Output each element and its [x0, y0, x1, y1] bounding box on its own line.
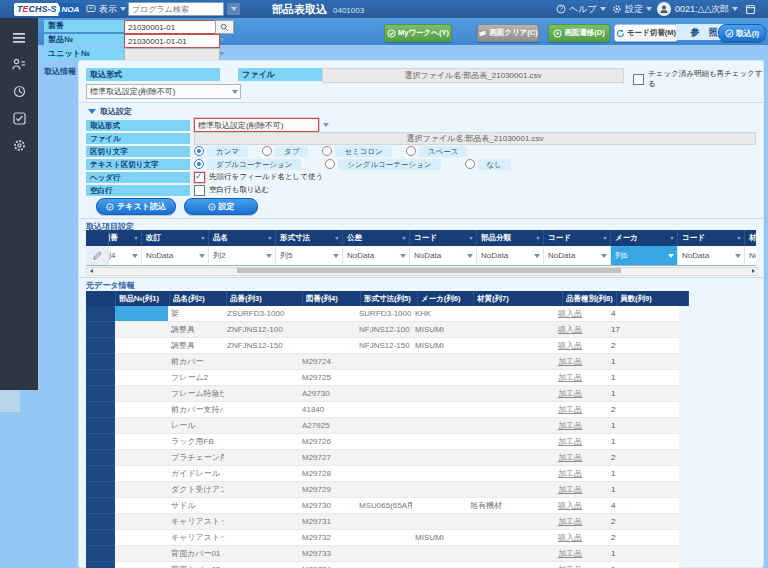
clear-screen-button[interactable]: 画面クリア(C): [477, 24, 539, 42]
table-cell[interactable]: [224, 546, 299, 562]
table-cell[interactable]: [115, 402, 168, 418]
table-cell[interactable]: [467, 482, 555, 498]
product-no-dropdown-button[interactable]: [217, 34, 227, 46]
table-cell[interactable]: 4: [608, 498, 679, 514]
unit-no-dropdown-button[interactable]: [217, 48, 227, 60]
table-cell[interactable]: [467, 514, 555, 530]
table-cell[interactable]: [467, 418, 555, 434]
table-row-gutter[interactable]: [86, 402, 115, 418]
table-row[interactable]: 前カバーM29724加工品1: [86, 354, 649, 370]
recheck-checkbox[interactable]: [633, 74, 644, 85]
help-menu-button[interactable]: ? ヘルプ: [556, 3, 606, 15]
table-cell[interactable]: 1: [608, 354, 679, 370]
table-cell[interactable]: 購入品: [555, 338, 608, 354]
table-cell[interactable]: M29724: [299, 354, 356, 370]
table-cell[interactable]: [412, 354, 467, 370]
table-cell[interactable]: [467, 434, 555, 450]
text-delimiter-option-label[interactable]: シングルコーテーション: [338, 159, 440, 170]
delimiter-option[interactable]: スペース: [406, 146, 468, 157]
table-cell[interactable]: M29725: [299, 370, 356, 386]
table-row[interactable]: キャリアストッパ…M29732MISUMI購入品2: [86, 530, 649, 546]
table-cell[interactable]: [224, 450, 299, 466]
table-cell[interactable]: KHK: [412, 306, 467, 322]
table-cell[interactable]: [224, 418, 299, 434]
text-delimiter-option-label[interactable]: ダブルコーテーション: [207, 159, 301, 170]
table-cell[interactable]: [412, 514, 467, 530]
mapping-combo-cell[interactable]: NoData: [745, 246, 756, 266]
table-row[interactable]: 調整具ZNFJNS12-150NFJNS12-150MISUMI購入品2: [86, 338, 649, 354]
table-cell[interactable]: [115, 482, 168, 498]
table-cell[interactable]: [356, 418, 412, 434]
table-cell[interactable]: M29726: [299, 434, 356, 450]
table-cell[interactable]: [115, 306, 168, 322]
avatar[interactable]: [657, 2, 671, 16]
mapping-combo-cell[interactable]: NoData: [678, 246, 745, 266]
table-cell[interactable]: [224, 498, 299, 514]
table-cell[interactable]: 1: [608, 434, 679, 450]
blank-row-option[interactable]: 空白行も取り込む: [194, 185, 270, 196]
mode-switch-button[interactable]: モード切替(M): [614, 24, 678, 42]
table-row-gutter[interactable]: [86, 514, 115, 530]
delimiter-radio[interactable]: [194, 146, 204, 156]
text-delimiter-option[interactable]: シングルコーテーション: [325, 159, 440, 170]
text-delimiter-radio[interactable]: [194, 159, 204, 169]
table-cell[interactable]: [412, 466, 467, 482]
table-cell[interactable]: 調整具: [168, 338, 224, 354]
mapping-horizontal-scrollbar[interactable]: [86, 267, 758, 276]
table-cell[interactable]: A27925: [299, 418, 356, 434]
mapping-combo-cell[interactable]: 列5: [276, 246, 343, 266]
delimiter-radio[interactable]: [322, 146, 332, 156]
table-cell[interactable]: [356, 482, 412, 498]
table-cell[interactable]: 2: [608, 402, 679, 418]
table-cell[interactable]: [356, 514, 412, 530]
delimiter-option-label[interactable]: スペース: [419, 146, 468, 157]
table-cell[interactable]: [224, 514, 299, 530]
table-cell[interactable]: [224, 402, 299, 418]
table-cell[interactable]: 加工品: [555, 418, 608, 434]
table-cell[interactable]: 2: [608, 450, 679, 466]
delimiter-option-label[interactable]: カンマ: [207, 146, 248, 157]
table-cell[interactable]: [412, 546, 467, 562]
table-row-gutter[interactable]: [86, 386, 115, 402]
mapping-combo-cell[interactable]: NoData: [410, 246, 477, 266]
table-cell[interactable]: [356, 354, 412, 370]
table-cell[interactable]: 1: [608, 418, 679, 434]
table-cell[interactable]: [467, 450, 555, 466]
table-cell[interactable]: 加工品: [555, 386, 608, 402]
table-cell[interactable]: 加工品: [555, 402, 608, 418]
table-cell[interactable]: 架: [168, 306, 224, 322]
table-row[interactable]: 背面カバー02M29734加工品1: [86, 562, 649, 568]
table-cell[interactable]: [115, 530, 168, 546]
table-cell[interactable]: 旭有機材: [467, 498, 555, 514]
table-cell[interactable]: [115, 562, 168, 568]
delimiter-option-label[interactable]: セミコロン: [335, 146, 391, 157]
table-cell[interactable]: SURFD3-1000: [356, 306, 412, 322]
table-row-gutter[interactable]: [86, 450, 115, 466]
dropdown-caret-icon[interactable]: [323, 123, 329, 127]
table-row[interactable]: レールA27925加工品1: [86, 418, 649, 434]
users-icon[interactable]: [0, 51, 38, 78]
table-cell[interactable]: キャリアストッパ…: [168, 514, 224, 530]
table-cell[interactable]: [412, 402, 467, 418]
table-cell[interactable]: [412, 562, 467, 568]
table-cell[interactable]: NFJNS12-100: [356, 322, 412, 338]
table-cell[interactable]: M29731: [299, 514, 356, 530]
text-delimiter-radio[interactable]: [465, 159, 475, 169]
delimiter-option-label[interactable]: タブ: [275, 146, 308, 157]
delimiter-radio[interactable]: [406, 146, 416, 156]
table-cell[interactable]: [412, 498, 467, 514]
table-cell[interactable]: 1: [608, 466, 679, 482]
table-cell[interactable]: レール: [168, 418, 224, 434]
table-row[interactable]: ダクト受けアング…M29729加工品1: [86, 482, 649, 498]
table-cell[interactable]: [299, 306, 356, 322]
table-cell[interactable]: 1: [608, 482, 679, 498]
table-cell[interactable]: M29727: [299, 450, 356, 466]
mapping-combo-cell[interactable]: NoData: [343, 246, 410, 266]
table-cell[interactable]: [412, 482, 467, 498]
badge-icon[interactable]: [0, 132, 38, 159]
table-cell[interactable]: [115, 354, 168, 370]
table-cell[interactable]: [467, 354, 555, 370]
settings-format-select[interactable]: 標準取込設定(削除不可): [194, 118, 319, 132]
header-row-option[interactable]: 先頭行をフィールド名として使う: [194, 172, 323, 183]
header-row-checkbox[interactable]: [194, 172, 205, 183]
